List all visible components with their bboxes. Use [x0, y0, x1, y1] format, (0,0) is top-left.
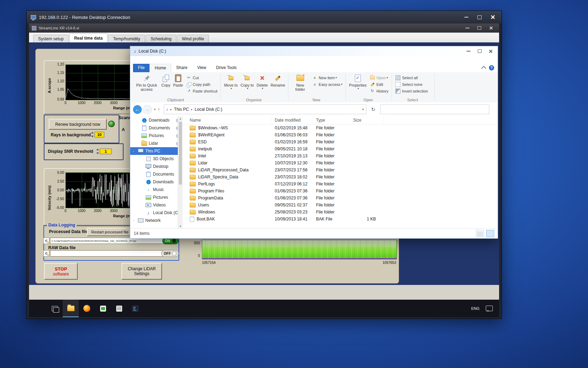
scrollbar-thumb[interactable]	[179, 122, 182, 185]
explorer-maximize-button[interactable]	[474, 47, 485, 55]
recent-locations-icon[interactable]: ▾	[154, 108, 156, 111]
ribbon-tab-view[interactable]: View	[192, 64, 211, 72]
column-header-type[interactable]: Type	[313, 116, 352, 124]
sidebar-item-documents-pinned[interactable]: Documents	[130, 124, 183, 132]
notifications-icon[interactable]	[486, 306, 493, 311]
sidebar-item-3d-objects[interactable]: 3D Objects	[130, 155, 183, 163]
select-all-button[interactable]: Select all	[394, 74, 430, 81]
app-maximize-button[interactable]	[474, 25, 484, 32]
pin-to-quick-access-button[interactable]: Pin to Quick access	[133, 73, 160, 97]
sidebar-item-pictures-pinned[interactable]: Pictures	[130, 132, 183, 139]
sidebar-item-local-disk-c[interactable]: ♪ Local Disk (C:)	[130, 209, 183, 217]
rdp-close-button[interactable]: ✕	[486, 13, 499, 21]
change-lidar-settings-button[interactable]: Change LiDAR Settings	[121, 263, 162, 280]
file-row[interactable]: Lidar 10/07/2019 12:30 File folder	[183, 159, 498, 166]
file-row[interactable]: LiDAR_Spectra_Data 23/07/2023 18:02 File…	[183, 173, 498, 180]
thumbnails-view-icon[interactable]	[486, 230, 494, 237]
file-row[interactable]: PerfLogs 07/12/2019 06:12 File folder	[183, 180, 498, 188]
column-header-date-modified[interactable]: Date modified	[272, 116, 313, 124]
taskbar-terminal-app[interactable]	[127, 300, 143, 317]
renew-background-button[interactable]: Renew background now	[49, 119, 107, 130]
snr-control[interactable]: 1	[96, 148, 112, 155]
restart-processed-file-button[interactable]: Restart processed file	[87, 228, 133, 236]
raw-logging-toggle[interactable]: OFF	[161, 250, 179, 257]
file-row[interactable]: ESD 01/02/2019 16:59 File folder	[183, 138, 498, 145]
breadcrumb-this-pc[interactable]: This PC	[174, 107, 189, 112]
chevron-down-icon[interactable]: ›	[132, 151, 135, 152]
rdp-minimize-button[interactable]	[460, 13, 473, 21]
ribbon-tab-share[interactable]: Share	[171, 64, 192, 72]
delete-button[interactable]: × Delete▾	[255, 73, 269, 97]
address-dropdown-icon[interactable]: ▾	[362, 108, 364, 111]
breadcrumb-local-disk[interactable]: Local Disk (C:)	[195, 107, 222, 112]
copy-path-button[interactable]: Copy path	[184, 81, 219, 88]
cut-button[interactable]: ✂ Cut	[184, 74, 219, 81]
file-row[interactable]: Windows 25/08/2023 03:23 File folder	[183, 209, 498, 216]
column-header-size[interactable]: Size	[352, 116, 384, 124]
paste-shortcut-button[interactable]: ↗ Paste shortcut	[184, 88, 219, 94]
file-row[interactable]: Intel 27/10/2019 15:13 File folder	[183, 152, 498, 159]
tab-system-setup[interactable]: System setup	[33, 35, 69, 42]
column-header-name[interactable]: Name	[183, 116, 272, 124]
scroll-up-icon[interactable]: ▲	[178, 116, 183, 121]
new-item-button[interactable]: + New item▾	[310, 74, 344, 81]
back-button[interactable]: ←	[133, 105, 142, 114]
rdp-titlebar[interactable]: 192.168.0.122 - Remote Desktop Connectio…	[27, 11, 502, 23]
file-row[interactable]: Users 09/05/2021 02:37 File folder	[183, 202, 498, 209]
search-box[interactable]	[380, 104, 489, 114]
ribbon-tab-drive-tools[interactable]: Drive Tools	[211, 64, 241, 72]
invert-selection-button[interactable]: Invert selection	[394, 88, 430, 94]
select-none-button[interactable]: Select none	[394, 81, 430, 88]
file-row[interactable]: Program Files 01/06/2023 07:36 File fold…	[183, 188, 498, 195]
sidebar-item-lidar-pinned[interactable]: Lidar	[130, 139, 183, 147]
rays-value[interactable]: 10	[94, 132, 104, 137]
sidebar-item-network[interactable]: › Network	[130, 217, 183, 224]
ribbon-tab-file[interactable]: File	[133, 64, 149, 72]
sidebar-item-downloads-pinned[interactable]: ↓ Downloads	[130, 116, 183, 124]
streamline-titlebar[interactable]: StreamLine XR v14-6.vi ✕	[29, 23, 499, 33]
file-row[interactable]: $Windows.~WS 01/02/2019 15:48 File folde…	[183, 124, 498, 131]
sidebar-item-music[interactable]: ♪ Music	[130, 186, 183, 193]
details-view-icon[interactable]	[476, 230, 484, 237]
rays-control[interactable]: 10	[91, 131, 104, 138]
taskbar-scan-scheduler[interactable]	[111, 300, 127, 317]
move-to-button[interactable]: → Move to▾	[223, 73, 239, 97]
file-row[interactable]: inetpub 09/05/2021 10:18 File folder	[183, 145, 498, 152]
snr-value[interactable]: 1	[100, 149, 112, 154]
copy-to-button[interactable]: → Copy to▾	[239, 73, 255, 97]
taskbar-file-explorer[interactable]	[63, 300, 79, 317]
up-button[interactable]: ↑	[158, 107, 160, 112]
explorer-close-button[interactable]: ✕	[485, 47, 496, 55]
taskbar-app-green[interactable]	[95, 300, 111, 317]
file-row[interactable]: Boot.BAK 10/09/2013 18:41 BAK File 1 KB	[183, 216, 498, 223]
task-view-button[interactable]	[47, 300, 63, 317]
sidebar-item-videos[interactable]: ▶ Videos	[130, 201, 183, 209]
sidebar-item-downloads[interactable]: ↓ Downloads	[130, 178, 183, 186]
history-button[interactable]: ↻ History	[368, 88, 390, 94]
rename-button[interactable]: Rename	[269, 73, 287, 97]
app-close-button[interactable]: ✕	[486, 25, 496, 32]
help-icon[interactable]: ?	[489, 65, 494, 70]
taskbar-firefox[interactable]	[79, 300, 95, 317]
explorer-minimize-button[interactable]	[463, 47, 474, 55]
sidebar-item-pictures[interactable]: Pictures	[130, 193, 183, 201]
new-folder-button[interactable]: New folder	[290, 73, 310, 97]
open-button[interactable]: Open▾	[368, 74, 390, 81]
forward-button[interactable]: →	[142, 105, 152, 114]
raw-path-field[interactable]	[50, 250, 164, 257]
rays-spinner[interactable]	[91, 131, 94, 138]
minimize-ribbon-icon[interactable]	[481, 66, 486, 71]
paste-button[interactable]: Paste	[172, 73, 184, 97]
snr-spinner[interactable]	[96, 148, 99, 155]
copy-button[interactable]: Copy	[160, 73, 172, 97]
tab-wind-profile[interactable]: Wind profile	[177, 35, 209, 42]
refresh-icon[interactable]: ↻	[371, 107, 376, 112]
sidebar-item-desktop[interactable]: Desktop	[130, 163, 183, 170]
tab-scheduling[interactable]: Scheduling	[146, 35, 176, 42]
ribbon-tab-home[interactable]: Home	[149, 64, 171, 72]
language-indicator[interactable]: ENG	[471, 306, 479, 311]
file-row[interactable]: ProgramData 01/06/2023 07:36 File folder	[183, 195, 498, 202]
sidebar-item-documents[interactable]: Documents	[130, 170, 183, 178]
file-row[interactable]: LiDAR_Reprocessed_Data 23/07/2023 17:56 …	[183, 166, 498, 173]
rdp-maximize-button[interactable]	[473, 13, 486, 21]
